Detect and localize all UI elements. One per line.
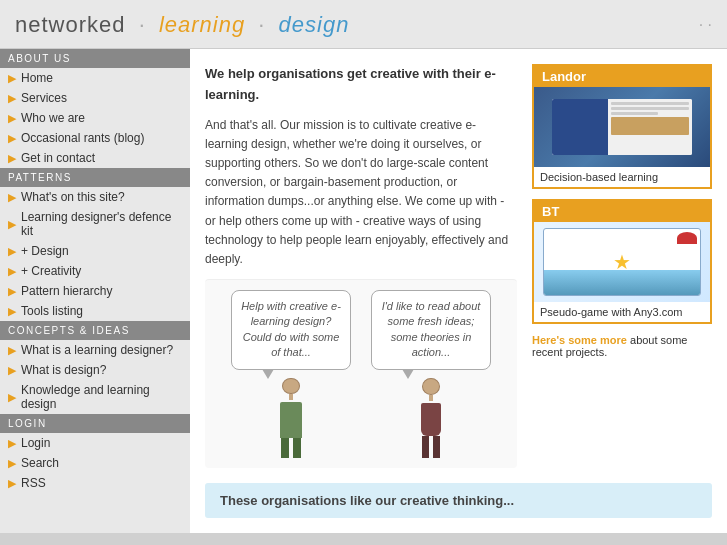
login-section: LOGIN ▶Login ▶Search ▶RSS xyxy=(0,414,190,493)
bt-image[interactable]: ★ xyxy=(534,222,710,302)
arrow-icon: ▶ xyxy=(8,112,16,125)
char-head-f xyxy=(422,378,440,395)
sidebar-item-what-is-design[interactable]: ▶What is design? xyxy=(0,360,190,380)
sidebar-item-login[interactable]: ▶Login xyxy=(0,433,190,453)
title-learning: learning xyxy=(159,12,245,37)
arrow-icon: ▶ xyxy=(8,191,16,204)
char-head xyxy=(282,378,300,394)
sidebar-item-blog[interactable]: ▶Occasional rants (blog) xyxy=(0,128,190,148)
landor-line xyxy=(611,112,658,115)
sidebar-item-contact[interactable]: ▶Get in contact xyxy=(0,148,190,168)
arrow-icon: ▶ xyxy=(8,285,16,298)
landor-card: Landor xyxy=(532,64,712,189)
illustration: Help with creative e-learning design? Co… xyxy=(205,279,517,468)
concepts-header: CONCEPTS & IDEAS xyxy=(0,321,190,340)
speech-bubble-left: Help with creative e-learning design? Co… xyxy=(231,290,351,370)
sidebar-item-home[interactable]: ▶Home xyxy=(0,68,190,88)
arrow-icon: ▶ xyxy=(8,364,16,377)
right-footer: Here's some more about some recent proje… xyxy=(532,334,712,358)
bt-img-visual: ★ xyxy=(534,222,710,302)
char-body-f xyxy=(421,403,441,436)
sidebar-item-knowledge[interactable]: ▶Knowledge and learning design xyxy=(0,380,190,414)
arrow-icon: ▶ xyxy=(8,152,16,165)
landor-img-visual xyxy=(534,87,710,167)
concepts-section: CONCEPTS & IDEAS ▶What is a learning des… xyxy=(0,321,190,414)
char-leg-right xyxy=(293,438,301,458)
arrow-icon: ▶ xyxy=(8,477,16,490)
bottom-section: These organisations like our creative th… xyxy=(205,483,712,518)
char-leg-f-right xyxy=(433,436,440,458)
char-legs-f xyxy=(422,436,440,458)
char-leg-f-left xyxy=(422,436,429,458)
arrow-icon: ▶ xyxy=(8,344,16,357)
char-leg-left xyxy=(281,438,289,458)
sidebar-item-defence-kit[interactable]: ▶Learning designer's defence kit xyxy=(0,207,190,241)
bt-card: BT ★ Pseudo-game with Any3.com xyxy=(532,199,712,324)
landor-header: Landor xyxy=(534,66,710,87)
separator-2: · xyxy=(258,12,265,37)
sidebar-item-design[interactable]: ▶+ Design xyxy=(0,241,190,261)
about-us-section: ABOUT US ▶Home ▶Services ▶Who we are ▶Oc… xyxy=(0,49,190,168)
bt-header: BT xyxy=(534,201,710,222)
char-neck xyxy=(289,394,293,399)
intro-text: We help organisations get creative with … xyxy=(205,64,517,106)
title-networked: networked xyxy=(15,12,126,37)
content-text: We help organisations get creative with … xyxy=(205,64,517,468)
arrow-icon: ▶ xyxy=(8,245,16,258)
arrow-icon: ▶ xyxy=(8,92,16,105)
patterns-header: PATTERNS xyxy=(0,168,190,187)
more-projects-link[interactable]: Here's some more xyxy=(532,334,627,346)
login-header: LOGIN xyxy=(0,414,190,433)
arrow-icon: ▶ xyxy=(8,265,16,278)
bt-screenshot: ★ xyxy=(543,228,701,296)
landor-caption: Decision-based learning xyxy=(534,167,710,187)
sidebar-item-whats-on[interactable]: ▶What's on this site? xyxy=(0,187,190,207)
character-male xyxy=(271,378,311,458)
landor-nav xyxy=(552,99,608,155)
sidebar: ABOUT US ▶Home ▶Services ▶Who we are ▶Oc… xyxy=(0,49,190,533)
char-legs xyxy=(281,438,301,458)
landor-screenshot xyxy=(552,99,693,155)
character-right: I'd like to read about some fresh ideas;… xyxy=(371,290,491,458)
character-female xyxy=(411,378,451,458)
bt-caption: Pseudo-game with Any3.com xyxy=(534,302,710,322)
arrow-icon: ▶ xyxy=(8,437,16,450)
about-us-header: ABOUT US xyxy=(0,49,190,68)
landor-content xyxy=(608,99,692,155)
bt-water xyxy=(544,270,700,295)
arrow-icon: ▶ xyxy=(8,72,16,85)
separator-1: · xyxy=(139,12,146,37)
sidebar-item-tools[interactable]: ▶Tools listing xyxy=(0,301,190,321)
sidebar-item-pattern-hierarchy[interactable]: ▶Pattern hierarchy xyxy=(0,281,190,301)
arrow-icon: ▶ xyxy=(8,305,16,318)
sidebar-item-rss[interactable]: ▶RSS xyxy=(0,473,190,493)
site-title: networked · learning · design xyxy=(15,12,349,38)
landor-line xyxy=(611,107,689,110)
speech-scene: Help with creative e-learning design? Co… xyxy=(231,290,491,458)
arrow-icon: ▶ xyxy=(8,457,16,470)
sidebar-item-creativity[interactable]: ▶+ Creativity xyxy=(0,261,190,281)
main-content: We help organisations get creative with … xyxy=(190,49,727,533)
speech-bubble-right: I'd like to read about some fresh ideas;… xyxy=(371,290,491,370)
sidebar-item-search[interactable]: ▶Search xyxy=(0,453,190,473)
header-dots: · · xyxy=(699,16,712,34)
patterns-section: PATTERNS ▶What's on this site? ▶Learning… xyxy=(0,168,190,321)
bottom-text: These organisations like our creative th… xyxy=(220,493,697,508)
arrow-icon: ▶ xyxy=(8,218,16,231)
sidebar-item-services[interactable]: ▶Services xyxy=(0,88,190,108)
bt-logo xyxy=(677,232,697,244)
character-left: Help with creative e-learning design? Co… xyxy=(231,290,351,458)
title-design: design xyxy=(279,12,350,37)
landor-image[interactable] xyxy=(534,87,710,167)
body-text: And that's all. Our mission is to cultiv… xyxy=(205,116,517,270)
landor-line xyxy=(611,102,689,105)
sidebar-item-what-is-ld[interactable]: ▶What is a learning designer? xyxy=(0,340,190,360)
right-sidebar: Landor xyxy=(532,64,712,468)
landor-photo xyxy=(611,117,689,135)
char-neck-f xyxy=(429,395,433,401)
char-body xyxy=(280,402,302,438)
arrow-icon: ▶ xyxy=(8,132,16,145)
arrow-icon: ▶ xyxy=(8,391,16,404)
sidebar-item-who-we-are[interactable]: ▶Who we are xyxy=(0,108,190,128)
